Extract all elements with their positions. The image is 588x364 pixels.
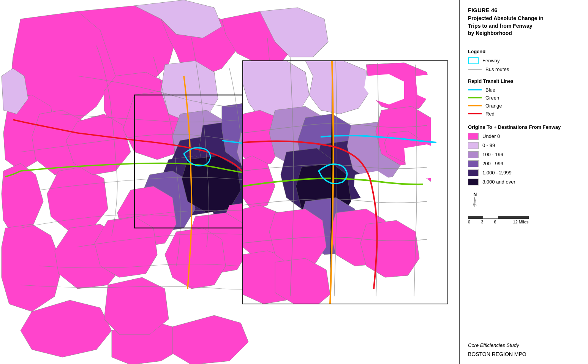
legend-title: Legend: [468, 49, 580, 54]
category-swatch: [468, 169, 479, 176]
mpo-label: BOSTON REGION MPO: [468, 351, 580, 357]
legend-transit-blue: Blue: [468, 87, 580, 93]
fenway-label: Fenway: [482, 58, 500, 63]
transit-lines-list: BlueGreenOrangeRed: [468, 87, 580, 119]
legend-category: 200 - 999: [468, 160, 580, 167]
core-study-label: Core Efficiencies Study: [468, 342, 580, 348]
category-swatch: [468, 151, 479, 158]
fenway-swatch: [468, 57, 479, 64]
north-arrow: N: [468, 191, 580, 210]
bus-routes-label: Bus routes: [485, 66, 509, 72]
category-label: 0 - 99: [482, 142, 495, 148]
category-swatch: [468, 179, 479, 185]
scale-bar-labels: 0 3 6 12 Miles: [468, 220, 528, 224]
scale-bar: 0 3 6 12 Miles: [468, 214, 580, 224]
legend-bus-routes: Bus routes: [468, 66, 580, 72]
scale-bar-ruler: [468, 214, 529, 219]
bus-routes-swatch: [468, 69, 482, 70]
legend-fenway: Fenway: [468, 57, 580, 64]
legend-category: 1,000 - 2,999: [468, 169, 580, 176]
transit-line-swatch: [468, 105, 482, 106]
category-swatch: [468, 142, 479, 149]
legend-category: Under 0: [468, 133, 580, 140]
transit-line-swatch: [468, 113, 482, 114]
figure-number: FIGURE 46: [468, 7, 580, 13]
transit-line-label: Blue: [485, 87, 495, 93]
transit-line-label: Orange: [485, 103, 502, 109]
category-label: Under 0: [482, 133, 500, 139]
legend-transit-red: Red: [468, 111, 580, 117]
svg-text:N: N: [473, 191, 477, 197]
origins-title: Origins To + Destinations From Fenway: [468, 124, 580, 130]
legend-category: 100 - 199: [468, 151, 580, 158]
rapid-transit-title: Rapid Transit Lines: [468, 78, 580, 84]
transit-line-label: Green: [485, 95, 499, 101]
transit-line-label: Red: [485, 111, 495, 117]
category-label: 200 - 999: [482, 161, 503, 166]
legend-transit-green: Green: [468, 95, 580, 101]
category-label: 1,000 - 2,999: [482, 170, 512, 176]
category-swatch: [468, 160, 479, 167]
transit-line-swatch: [468, 97, 482, 98]
figure-title: Projected Absolute Change in Trips to an…: [468, 15, 580, 37]
svg-marker-15: [104, 277, 169, 334]
category-swatch: [468, 133, 479, 140]
category-label: 100 - 199: [482, 152, 503, 157]
legend-transit-orange: Orange: [468, 103, 580, 109]
map-area: [0, 0, 459, 364]
transit-line-swatch: [468, 89, 482, 90]
legend-category: 3,000 and over: [468, 179, 580, 185]
legend-category: 0 - 99: [468, 142, 580, 149]
categories-list: Under 00 - 99100 - 199200 - 9991,000 - 2…: [468, 133, 580, 188]
legend-panel: FIGURE 46 Projected Absolute Change in T…: [459, 0, 588, 364]
category-label: 3,000 and over: [482, 179, 515, 185]
